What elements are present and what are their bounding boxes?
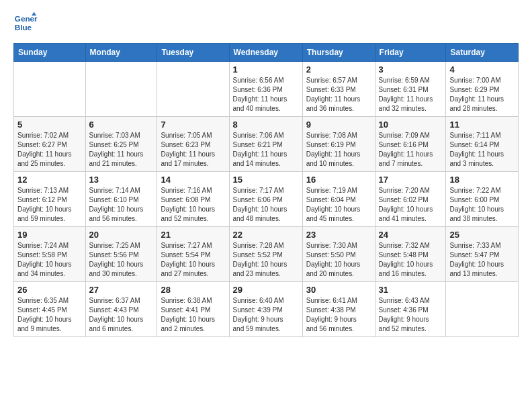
day-number: 12: [17, 175, 82, 185]
day-info: Sunrise: 7:00 AM Sunset: 6:29 PM Dayligh…: [449, 76, 515, 113]
day-number: 18: [449, 175, 515, 185]
day-cell: 14Sunrise: 7:16 AM Sunset: 6:08 PM Dayli…: [157, 172, 229, 227]
day-info: Sunrise: 6:35 AM Sunset: 4:45 PM Dayligh…: [17, 296, 82, 334]
day-info: Sunrise: 6:56 AM Sunset: 6:36 PM Dayligh…: [233, 76, 299, 113]
day-number: 5: [17, 120, 82, 130]
weekday-header-saturday: Saturday: [446, 44, 519, 62]
day-info: Sunrise: 7:32 AM Sunset: 5:48 PM Dayligh…: [379, 241, 443, 279]
day-number: 13: [89, 175, 154, 185]
day-info: Sunrise: 7:03 AM Sunset: 6:25 PM Dayligh…: [89, 131, 154, 169]
day-info: Sunrise: 7:33 AM Sunset: 5:47 PM Dayligh…: [449, 241, 515, 279]
weekday-header-row: SundayMondayTuesdayWednesdayThursdayFrid…: [14, 44, 519, 62]
day-number: 29: [233, 285, 299, 295]
day-cell: 8Sunrise: 7:06 AM Sunset: 6:21 PM Daylig…: [229, 117, 302, 172]
day-cell: 31Sunrise: 6:43 AM Sunset: 4:36 PM Dayli…: [375, 282, 446, 337]
day-cell: 29Sunrise: 6:40 AM Sunset: 4:39 PM Dayli…: [229, 282, 302, 337]
day-info: Sunrise: 6:41 AM Sunset: 4:38 PM Dayligh…: [306, 296, 371, 334]
day-number: 9: [306, 120, 371, 130]
weekday-header-sunday: Sunday: [14, 44, 86, 62]
day-cell: [85, 62, 157, 117]
weekday-header-wednesday: Wednesday: [229, 44, 302, 62]
week-row-5: 26Sunrise: 6:35 AM Sunset: 4:45 PM Dayli…: [14, 282, 519, 337]
day-info: Sunrise: 7:08 AM Sunset: 6:19 PM Dayligh…: [306, 131, 371, 169]
day-cell: 17Sunrise: 7:20 AM Sunset: 6:02 PM Dayli…: [375, 172, 446, 227]
day-info: Sunrise: 7:25 AM Sunset: 5:56 PM Dayligh…: [89, 241, 154, 279]
day-number: 21: [161, 230, 225, 240]
day-number: 17: [379, 175, 443, 185]
logo-icon: General Blue: [13, 11, 38, 35]
logo: General Blue: [13, 11, 40, 35]
day-cell: 1Sunrise: 6:56 AM Sunset: 6:36 PM Daylig…: [229, 62, 302, 117]
day-cell: [446, 282, 519, 337]
day-info: Sunrise: 7:24 AM Sunset: 5:58 PM Dayligh…: [17, 241, 82, 279]
day-number: 14: [161, 175, 225, 185]
day-cell: 19Sunrise: 7:24 AM Sunset: 5:58 PM Dayli…: [14, 227, 86, 282]
day-info: Sunrise: 7:20 AM Sunset: 6:02 PM Dayligh…: [379, 186, 443, 224]
day-info: Sunrise: 7:09 AM Sunset: 6:16 PM Dayligh…: [379, 131, 443, 169]
day-number: 6: [89, 120, 154, 130]
day-cell: [157, 62, 229, 117]
day-info: Sunrise: 6:38 AM Sunset: 4:41 PM Dayligh…: [161, 296, 225, 334]
day-number: 26: [17, 285, 82, 295]
calendar: SundayMondayTuesdayWednesdayThursdayFrid…: [13, 43, 519, 337]
day-number: 31: [379, 285, 443, 295]
day-info: Sunrise: 7:13 AM Sunset: 6:12 PM Dayligh…: [17, 186, 82, 224]
day-number: 22: [233, 230, 299, 240]
day-info: Sunrise: 7:30 AM Sunset: 5:50 PM Dayligh…: [306, 241, 371, 279]
week-row-3: 12Sunrise: 7:13 AM Sunset: 6:12 PM Dayli…: [14, 172, 519, 227]
day-cell: 26Sunrise: 6:35 AM Sunset: 4:45 PM Dayli…: [14, 282, 86, 337]
day-cell: 7Sunrise: 7:05 AM Sunset: 6:23 PM Daylig…: [157, 117, 229, 172]
day-number: 3: [379, 64, 443, 75]
day-number: 16: [306, 175, 371, 185]
svg-text:Blue: Blue: [15, 23, 32, 32]
day-info: Sunrise: 7:27 AM Sunset: 5:54 PM Dayligh…: [161, 241, 225, 279]
weekday-header-monday: Monday: [85, 44, 157, 62]
day-cell: 10Sunrise: 7:09 AM Sunset: 6:16 PM Dayli…: [375, 117, 446, 172]
day-info: Sunrise: 6:59 AM Sunset: 6:31 PM Dayligh…: [379, 76, 443, 113]
day-cell: [14, 62, 86, 117]
page: General Blue SundayMondayTuesdayWednesda…: [0, 0, 532, 411]
week-row-1: 1Sunrise: 6:56 AM Sunset: 6:36 PM Daylig…: [14, 62, 519, 117]
day-number: 19: [17, 230, 82, 240]
day-number: 30: [306, 285, 371, 295]
day-cell: 21Sunrise: 7:27 AM Sunset: 5:54 PM Dayli…: [157, 227, 229, 282]
day-number: 8: [233, 120, 299, 130]
day-cell: 28Sunrise: 6:38 AM Sunset: 4:41 PM Dayli…: [157, 282, 229, 337]
day-number: 7: [161, 120, 225, 130]
day-cell: 5Sunrise: 7:02 AM Sunset: 6:27 PM Daylig…: [14, 117, 86, 172]
day-number: 25: [449, 230, 515, 240]
day-number: 27: [89, 285, 154, 295]
day-number: 11: [449, 120, 515, 130]
day-info: Sunrise: 7:02 AM Sunset: 6:27 PM Dayligh…: [17, 131, 82, 169]
day-number: 20: [89, 230, 154, 240]
day-number: 2: [306, 64, 371, 75]
day-cell: 4Sunrise: 7:00 AM Sunset: 6:29 PM Daylig…: [446, 62, 519, 117]
day-number: 23: [306, 230, 371, 240]
day-cell: 3Sunrise: 6:59 AM Sunset: 6:31 PM Daylig…: [375, 62, 446, 117]
day-info: Sunrise: 7:28 AM Sunset: 5:52 PM Dayligh…: [233, 241, 299, 279]
day-cell: 6Sunrise: 7:03 AM Sunset: 6:25 PM Daylig…: [85, 117, 157, 172]
day-info: Sunrise: 7:22 AM Sunset: 6:00 PM Dayligh…: [449, 186, 515, 224]
day-cell: 22Sunrise: 7:28 AM Sunset: 5:52 PM Dayli…: [229, 227, 302, 282]
day-info: Sunrise: 7:16 AM Sunset: 6:08 PM Dayligh…: [161, 186, 225, 224]
day-cell: 30Sunrise: 6:41 AM Sunset: 4:38 PM Dayli…: [302, 282, 375, 337]
day-number: 28: [161, 285, 225, 295]
header: General Blue: [13, 11, 519, 35]
day-cell: 24Sunrise: 7:32 AM Sunset: 5:48 PM Dayli…: [375, 227, 446, 282]
day-cell: 13Sunrise: 7:14 AM Sunset: 6:10 PM Dayli…: [85, 172, 157, 227]
day-cell: 16Sunrise: 7:19 AM Sunset: 6:04 PM Dayli…: [302, 172, 375, 227]
day-info: Sunrise: 7:14 AM Sunset: 6:10 PM Dayligh…: [89, 186, 154, 224]
day-info: Sunrise: 7:06 AM Sunset: 6:21 PM Dayligh…: [233, 131, 299, 169]
day-cell: 2Sunrise: 6:57 AM Sunset: 6:33 PM Daylig…: [302, 62, 375, 117]
day-info: Sunrise: 6:57 AM Sunset: 6:33 PM Dayligh…: [306, 76, 371, 113]
day-number: 10: [379, 120, 443, 130]
day-number: 15: [233, 175, 299, 185]
day-cell: 12Sunrise: 7:13 AM Sunset: 6:12 PM Dayli…: [14, 172, 86, 227]
day-info: Sunrise: 7:17 AM Sunset: 6:06 PM Dayligh…: [233, 186, 299, 224]
day-info: Sunrise: 6:43 AM Sunset: 4:36 PM Dayligh…: [379, 296, 443, 334]
day-info: Sunrise: 6:40 AM Sunset: 4:39 PM Dayligh…: [233, 296, 299, 334]
day-info: Sunrise: 7:11 AM Sunset: 6:14 PM Dayligh…: [449, 131, 515, 169]
week-row-2: 5Sunrise: 7:02 AM Sunset: 6:27 PM Daylig…: [14, 117, 519, 172]
week-row-4: 19Sunrise: 7:24 AM Sunset: 5:58 PM Dayli…: [14, 227, 519, 282]
weekday-header-thursday: Thursday: [302, 44, 375, 62]
